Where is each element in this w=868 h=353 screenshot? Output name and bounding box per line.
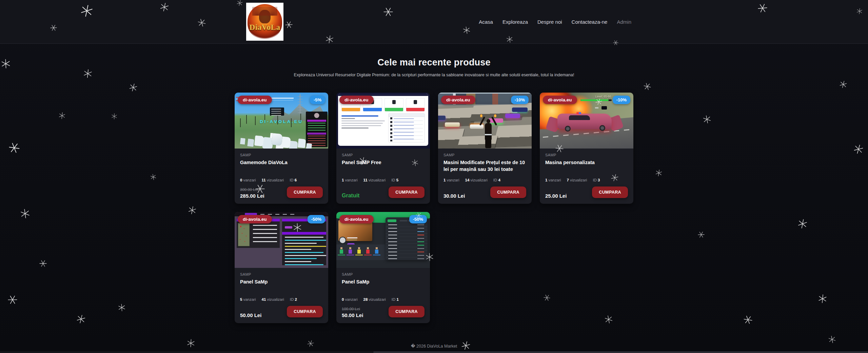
snowflake-icon: [128, 82, 138, 92]
discount-badge: -10%: [613, 96, 630, 104]
main-nav: Acasa Exploreaza Despre noi Contacteaza-…: [479, 19, 631, 25]
site-badge: di-avola.eu: [238, 215, 272, 223]
product-card-gamemode-diavola[interactable]: DI-AVOLA.EU di-avola.eu -5% SAMP Gamemod…: [235, 93, 328, 204]
horizontal-scrollbar: [0, 351, 868, 353]
nav-acasa[interactable]: Acasa: [479, 19, 493, 25]
snowflake-icon: [76, 314, 86, 325]
price-block: 300.00 Lei 285.00 Lei: [240, 188, 264, 199]
buy-button[interactable]: CUMPARA: [490, 187, 526, 198]
product-stats: 1vanzari 7vizualizari ID 3: [545, 178, 628, 182]
snowflake-icon: [797, 218, 808, 230]
snowflake-icon: [655, 169, 663, 177]
ice-crystals-graphic: [271, 133, 282, 146]
dialog-box-graphic: [270, 107, 284, 116]
snowflake-icon: [111, 113, 118, 120]
product-card-panel-samp-free[interactable]: di-avola.eu SAMP Panel SaMP Free 1vanzar…: [336, 93, 430, 204]
product-category: SAMP: [240, 272, 323, 276]
snowflake-icon: [742, 314, 754, 326]
site-badge: di-avola.eu: [339, 215, 374, 223]
discount-badge: -50%: [308, 215, 325, 223]
nametag-graphic: [601, 106, 607, 110]
price: 25.00 Lei: [545, 193, 567, 199]
snowflake-icon: [642, 81, 652, 92]
price: 50.00 Lei: [240, 312, 261, 318]
scrollbar-thumb[interactable]: [373, 351, 868, 353]
price: Gratuit: [342, 193, 359, 199]
devil-flame-logo-icon: [248, 4, 282, 39]
price-block: 25.00 Lei: [545, 193, 567, 199]
nav-admin[interactable]: Admin: [617, 19, 631, 25]
product-category: SAMP: [240, 153, 323, 157]
product-stats: 0vanzari 28vizualizari ID 1: [342, 297, 425, 301]
snowflake-icon: [149, 173, 157, 181]
snowflake-icon: [701, 114, 713, 125]
nav-despre-noi[interactable]: Despre noi: [537, 19, 562, 25]
buy-button[interactable]: CUMPARA: [287, 306, 323, 317]
site-badge: di-avola.eu: [238, 96, 272, 104]
product-stats: 1vanzari 14vizualizari ID 4: [443, 178, 526, 182]
snowflake-icon: [853, 143, 865, 155]
price: 285.00 Lei: [240, 193, 264, 199]
buy-button[interactable]: CUMPARA: [287, 187, 323, 198]
product-category: SAMP: [342, 272, 425, 276]
scoreboard-graphic: [306, 112, 328, 147]
snowflake-icon: [818, 294, 827, 303]
server-name-graphic: [269, 98, 294, 99]
price-block: 30.00 Lei: [443, 193, 465, 199]
discount-badge: -50%: [409, 215, 427, 223]
snowflake-icon: [839, 80, 848, 89]
price: 50.00 Lei: [342, 312, 363, 318]
product-card-panel-samp-purple[interactable]: di-avola.eu -50% SAMP Panel SaMp 5vanzar…: [235, 212, 328, 323]
ingame-site-text: DI-AVOLA.EU: [235, 119, 328, 124]
copyright-text: � 2026 DiaVoLa Market: [411, 344, 457, 349]
site-header: DiaVoLa Acasa Exploreaza Despre noi Cont…: [0, 0, 868, 44]
stats-table-graphic: [386, 217, 428, 260]
site-footer: � 2026 DiaVoLa Market: [0, 344, 868, 349]
product-grid: DI-AVOLA.EU di-avola.eu -5% SAMP Gamemod…: [235, 93, 633, 323]
price-block: 50.00 Lei: [240, 312, 261, 318]
product-title: Panel SaMp: [240, 279, 323, 286]
product-image: di-avola.eu: [336, 93, 430, 149]
page-subtitle: Exploreaza Universul Resurselor Digitale…: [281, 72, 587, 78]
character-graphic: [478, 114, 498, 148]
site-badge: di-avola.eu: [339, 96, 374, 104]
price-block: 100.00 Lei 50.00 Lei: [342, 307, 363, 318]
site-badge: di-avola.eu: [441, 96, 475, 104]
product-image: DI-AVOLA.EU di-avola.eu -5%: [235, 93, 328, 149]
product-title: Masini Modificate Prețul este de 10 lei …: [443, 159, 526, 173]
product-image: di-avola.eu -50%: [336, 212, 430, 268]
product-stats: 0vanzari 11vizualizari ID 6: [240, 178, 323, 182]
price-block: Gratuit: [342, 193, 359, 199]
snowflake-icon: [7, 140, 22, 156]
product-stats: 5vanzari 41vizualizari ID 2: [240, 297, 323, 301]
buy-button[interactable]: CUMPARA: [389, 187, 425, 198]
car-graphic: [445, 122, 460, 127]
product-title: Masina personalizata: [545, 159, 628, 166]
product-card-masina-personalizata[interactable]: Level: 65-66 di-avola.eu -10% SAMP Masin…: [540, 93, 633, 204]
snowflake-icon: [58, 112, 66, 119]
price: 30.00 Lei: [443, 193, 465, 199]
product-title: Panel SaMp: [342, 279, 425, 286]
product-image: Level: 65-66 di-avola.eu -10%: [540, 93, 633, 149]
product-title: Gamemode DiaVoLa: [240, 159, 323, 166]
nav-exploreaza[interactable]: Exploreaza: [502, 19, 528, 25]
old-price: 300.00 Lei: [240, 188, 264, 192]
car-graphic: [505, 114, 520, 118]
discount-badge: -10%: [511, 96, 529, 104]
product-card-panel-samp-green[interactable]: di-avola.eu -50% SAMP Panel SaMp 0vanzar…: [336, 212, 430, 323]
buy-button[interactable]: CUMPARA: [389, 306, 425, 317]
panel-list-section-graphic: [282, 219, 326, 265]
site-logo[interactable]: DiaVoLa: [246, 3, 283, 41]
logo-text: DiaVoLa: [246, 23, 283, 32]
product-category: SAMP: [443, 153, 526, 157]
product-card-masini-modificate[interactable]: di-avola.eu -10% SAMP Masini Modificate …: [438, 93, 532, 204]
product-category: SAMP: [545, 153, 628, 157]
buy-button[interactable]: CUMPARA: [592, 187, 628, 198]
old-price: 100.00 Lei: [342, 307, 363, 311]
snowflake-icon: [38, 258, 48, 269]
nav-contacteaza-ne[interactable]: Contacteaza-ne: [572, 19, 608, 25]
product-stats: 1vanzari 11vizualizari ID 5: [342, 178, 425, 182]
page-title: Cele mai recente produse: [0, 57, 868, 68]
car-graphic: [438, 116, 446, 120]
hero-section: Cele mai recente produse Exploreaza Univ…: [0, 57, 868, 78]
